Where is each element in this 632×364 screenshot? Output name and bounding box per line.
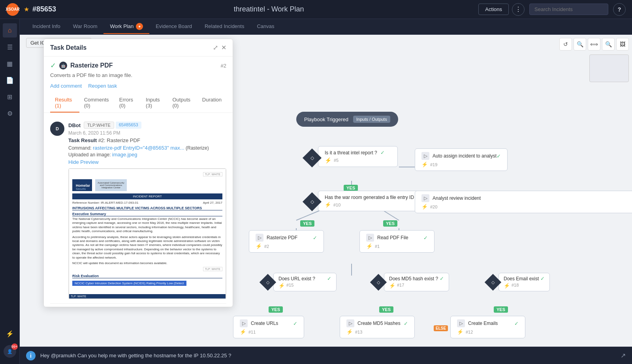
task-icon: 🤖	[59, 62, 67, 69]
hide-preview-link[interactable]: Hide Preview	[68, 159, 226, 165]
tab-war-room[interactable]: War Room	[67, 20, 104, 33]
doc-risk-section: Risk Evaluation	[72, 274, 222, 278]
create-emails-num: #12	[466, 330, 473, 334]
url-condition[interactable]: ◇ Does URL exist ? ✓ ⚡ #15	[261, 273, 337, 291]
read-pdf-node[interactable]: ▷ Read PDF File ✓ ⚡ #1	[359, 230, 434, 253]
image-link[interactable]: image.jpeg	[112, 152, 137, 158]
rasterize-pdf-node[interactable]: ▷ Rasterize PDF ✓ ⚡ #2	[249, 230, 324, 253]
analyst-review-lightning: ⚡	[421, 204, 428, 210]
rasterize-label: Rasterize PDF	[267, 235, 313, 240]
email-num: #18	[512, 283, 519, 289]
read-pdf-check: ✓	[423, 235, 428, 241]
threat-intel-condition[interactable]: ◇ Is it a threat intel report ? ✓ ⚡ #5	[304, 146, 398, 167]
svg-line-4	[383, 210, 399, 220]
auto-assign-check: ✓	[497, 153, 501, 159]
tab-duration[interactable]: Duration	[198, 94, 226, 113]
create-urls-node[interactable]: ▷ Create URLs ✓ ⚡ #11	[233, 316, 304, 338]
sidebar: ⌂ ☰ ▦ 📄 ⊞ ⚙ ⚡ 👤 99+	[0, 19, 20, 364]
tab-comments[interactable]: Comments (0)	[79, 94, 115, 113]
command-label: Command:	[68, 145, 92, 151]
inputs-outputs-badge: Inputs / Outputs	[353, 116, 390, 123]
url-label: Does URL exist ?	[278, 276, 315, 281]
sidebar-icon-reports[interactable]: 📄	[3, 73, 17, 87]
playbook-triggered-node: Playbook Triggered Inputs / Outputs	[296, 112, 398, 127]
task-panel-title: Task Details	[50, 44, 213, 51]
rasterize-lightning: ⚡	[256, 243, 262, 249]
tab-work-plan[interactable]: Work Plan ●	[103, 20, 149, 34]
add-comment-link[interactable]: Add comment	[50, 83, 82, 89]
expand-button[interactable]: ⤢	[213, 44, 218, 51]
sidebar-icon-alerts[interactable]: ▦	[3, 56, 17, 71]
actions-button[interactable]: Actions	[478, 4, 509, 15]
image-button[interactable]: 🖼	[616, 38, 629, 51]
incident-title: #85653	[32, 5, 56, 13]
command-link[interactable]: rasterize-pdf EntryID="4@85653" max...	[93, 145, 184, 151]
refresh-button[interactable]: ↺	[559, 38, 572, 51]
tab-errors[interactable]: Errors (0)	[115, 94, 141, 113]
chat-send-icon[interactable]: ↗	[621, 352, 626, 359]
svg-line-3	[296, 210, 320, 220]
tab-outputs[interactable]: Outputs (0)	[167, 94, 197, 113]
user-avatar[interactable]: 👤 99+	[4, 345, 16, 358]
create-md5-label: Create MD5 Hashes	[357, 321, 404, 326]
result-content: DBot TLP:WHITE 65#85653 March 6, 2020 11…	[68, 122, 226, 299]
tab-canvas[interactable]: Canvas	[250, 20, 280, 33]
dbot-avatar: D	[50, 122, 64, 136]
yes-badge-email: YES	[494, 306, 508, 312]
more-options-button[interactable]: ⋮	[512, 3, 525, 16]
result-time: March 6, 2020 11:56 PM	[68, 130, 226, 136]
doc-bottom-bar: TLP: WHITE	[69, 294, 226, 298]
tab-incident-info[interactable]: Incident Info	[26, 20, 67, 33]
task-panel: Task Details ⤢ ✕ ✓ 🤖 Rasterize PDF #2 Co…	[43, 39, 233, 307]
analyst-review-node[interactable]: ▷ Analyst review incident ! ⚡ #20	[415, 191, 632, 213]
task-panel-header: Task Details ⤢ ✕	[44, 39, 233, 56]
sidebar-icon-settings[interactable]: ⚙	[3, 106, 17, 120]
rasterize-check: ✓	[313, 235, 317, 241]
task-result-id: #2:	[98, 137, 105, 143]
md5-condition[interactable]: ◇ Does MD5 hash exist ? ✓ ⚡ #17	[371, 273, 449, 291]
close-panel-button[interactable]: ✕	[221, 44, 226, 51]
create-emails-node[interactable]: ▷ Create Emails ✓ ⚡ #12	[450, 316, 525, 338]
create-md5-node[interactable]: ▷ Create MD5 Hashes ✓ ⚡ #13	[340, 316, 415, 338]
search-incidents-input[interactable]	[529, 4, 608, 15]
doc-title: INCIDENT REPORT	[72, 193, 222, 199]
chat-info-icon: i	[26, 351, 36, 360]
chat-input[interactable]	[40, 353, 616, 358]
content-area: Incident Info War Room Work Plan ● Evide…	[20, 19, 632, 364]
email-label: Does Email exist	[504, 276, 539, 281]
task-links: Add comment Reopen task	[50, 83, 226, 89]
sidebar-icon-marketplace[interactable]: ⊞	[3, 90, 17, 104]
fit-button[interactable]: ⟺	[588, 38, 600, 51]
url-lightning: ⚡	[278, 283, 285, 289]
sidebar-icon-incidents[interactable]: ☰	[3, 40, 17, 54]
star-icon[interactable]: ★	[24, 6, 29, 13]
yes-badge-war-room-left: YES	[300, 220, 314, 226]
threat-intel-label: Is it a threat intel report ?	[325, 150, 377, 156]
sidebar-icon-integrations[interactable]: ⚡	[3, 326, 17, 341]
yes-badge-url: YES	[269, 306, 283, 312]
help-button[interactable]: ?	[613, 3, 626, 16]
task-name-label: Rasterize PDF	[70, 62, 113, 69]
task-panel-body: ✓ 🤖 Rasterize PDF #2 Converts a PDF file…	[44, 56, 233, 307]
zoom-out-button[interactable]: 🔍	[602, 38, 615, 51]
email-condition[interactable]: ◇ Does Email exist ✓ ⚡ #18	[486, 273, 550, 291]
reopen-task-link[interactable]: Reopen task	[88, 83, 117, 89]
auto-assign-node[interactable]: ▷ Auto assign incident to analyst ✓ ⚡ #1…	[415, 148, 508, 171]
svg-text:Homeland: Homeland	[76, 184, 90, 188]
doc-logo: HomelandSecurity Automated Cybersecurity…	[72, 179, 127, 191]
read-pdf-label: Read PDF File	[377, 235, 423, 240]
tab-evidence-board[interactable]: Evidence Board	[149, 20, 198, 33]
zoom-in-button[interactable]: 🔍	[574, 38, 586, 51]
doc-body3: NCCIC will update this document as infor…	[72, 261, 222, 265]
result-tags: TLP:WHITE 65#85653	[84, 122, 141, 129]
uploaded-label: Uploaded an image:	[68, 152, 111, 158]
create-md5-check: ✓	[404, 321, 408, 326]
task-result-label: Task Result	[68, 137, 97, 143]
tab-results[interactable]: Results (1)	[50, 94, 79, 113]
create-urls-check: ✓	[293, 321, 297, 326]
sidebar-icon-home[interactable]: ⌂	[3, 23, 17, 38]
tab-inputs[interactable]: Inputs (3)	[141, 94, 167, 113]
tab-related-incidents[interactable]: Related Incidents	[198, 20, 250, 33]
task-description: Converts a PDF file to an image file.	[50, 72, 226, 78]
url-num: #15	[286, 283, 293, 289]
